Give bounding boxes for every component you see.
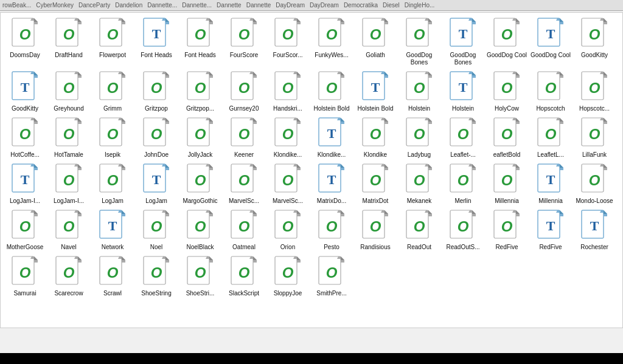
file-item[interactable]: O Samurai: [3, 253, 47, 300]
svg-marker-62: [78, 72, 82, 75]
file-icon: O: [449, 117, 477, 150]
svg-text:O: O: [195, 126, 206, 142]
file-item[interactable]: O Millennia: [485, 161, 529, 207]
file-item[interactable]: T Rochester: [573, 207, 616, 253]
file-item[interactable]: O MargoGothic: [178, 161, 222, 207]
file-item[interactable]: O Orion: [266, 207, 310, 253]
file-icon: O: [11, 210, 39, 242]
file-item[interactable]: O FunkyWes...: [310, 15, 353, 69]
file-item[interactable]: O JollyJack: [178, 115, 222, 161]
svg-text:O: O: [151, 126, 162, 142]
file-item[interactable]: T Holstein Bold: [353, 69, 397, 115]
file-item[interactable]: T LogJam-I...: [3, 161, 47, 207]
file-item[interactable]: O Navel: [47, 207, 91, 253]
file-item[interactable]: O Randisious: [353, 207, 397, 253]
file-item[interactable]: T RedFive: [529, 207, 573, 253]
file-item[interactable]: O HotCoffe...: [3, 115, 47, 161]
file-item[interactable]: T GoodKitty: [3, 69, 47, 115]
file-item[interactable]: O Hopscotch: [529, 69, 573, 115]
bottom-scrollbar[interactable]: [0, 353, 623, 364]
svg-text:O: O: [501, 26, 513, 43]
file-item[interactable]: O MarvelSc...: [222, 161, 266, 207]
file-item[interactable]: O Isepik: [91, 115, 134, 161]
file-item[interactable]: O MarvelSc...: [266, 161, 310, 207]
file-icon: T: [318, 163, 346, 196]
file-label: JohnDoe: [144, 151, 169, 159]
svg-marker-258: [385, 210, 388, 214]
file-item[interactable]: O Ladybug: [397, 115, 441, 161]
file-item[interactable]: O Greyhound: [47, 69, 91, 115]
file-item[interactable]: O MatrixDot: [353, 161, 397, 207]
file-item[interactable]: O SmithPre...: [310, 253, 353, 300]
file-item[interactable]: O Font Heads: [178, 15, 222, 69]
file-item[interactable]: O ShoeString: [134, 253, 178, 300]
svg-text:O: O: [63, 126, 75, 142]
file-item[interactable]: O GoodKitty: [573, 15, 616, 69]
file-item[interactable]: O Klondike: [353, 115, 397, 161]
file-item[interactable]: T Font Heads: [134, 15, 178, 69]
file-item[interactable]: O NoelBlack: [178, 207, 222, 253]
file-item[interactable]: T Network: [91, 207, 134, 253]
file-item[interactable]: O MotherGoose: [3, 207, 47, 253]
file-label: Hopscotc...: [579, 105, 610, 112]
file-item[interactable]: O Klondike...: [266, 115, 310, 161]
file-item[interactable]: O Hopscotc...: [573, 69, 616, 115]
file-item[interactable]: O Mekanek: [397, 161, 441, 207]
file-item[interactable]: O Keener: [222, 115, 266, 161]
file-item[interactable]: O Holstein Bold: [310, 69, 353, 115]
file-item[interactable]: O Gritzpop: [134, 69, 178, 115]
top-scrollbar[interactable]: rowBeak... CyberMonkey DanceParty Dandel…: [0, 0, 623, 11]
file-item[interactable]: T GoodDog Bones: [441, 15, 485, 69]
file-icon: O: [405, 163, 433, 196]
svg-text:O: O: [370, 218, 381, 235]
file-item[interactable]: O Gurnsey20: [222, 69, 266, 115]
file-item[interactable]: O ReadOutS...: [441, 207, 485, 253]
file-item[interactable]: O DraftHand: [47, 15, 91, 69]
file-item[interactable]: O Gritzpop...: [178, 69, 222, 115]
file-item[interactable]: O Noel: [134, 207, 178, 253]
file-item[interactable]: O LogJam-I...: [47, 161, 91, 207]
file-item[interactable]: O LeafletL...: [529, 115, 573, 161]
file-item[interactable]: O ShoeStri...: [178, 253, 222, 300]
svg-marker-210: [472, 164, 476, 168]
file-item[interactable]: O Handskri...: [266, 69, 310, 115]
svg-text:O: O: [107, 80, 119, 96]
file-item[interactable]: O JohnDoe: [134, 115, 178, 161]
file-item[interactable]: O GoodDog Cool: [485, 15, 529, 69]
file-item[interactable]: O Merlin: [441, 161, 485, 207]
file-item[interactable]: T Klondike...: [310, 115, 353, 161]
file-item[interactable]: O DoomsDay: [3, 15, 47, 69]
file-item[interactable]: O Leaflet-...: [441, 115, 485, 161]
file-item[interactable]: O Pesto: [310, 207, 353, 253]
svg-text:O: O: [195, 172, 206, 188]
file-item[interactable]: O Oatmeal: [222, 207, 266, 253]
file-item[interactable]: O FourScor...: [266, 15, 310, 69]
file-item[interactable]: O HotTamale: [47, 115, 91, 161]
file-item[interactable]: O eafletBold: [485, 115, 529, 161]
file-item[interactable]: O RedFive: [485, 207, 529, 253]
file-icon: O: [405, 18, 433, 50]
file-label: SloppyJoe: [274, 290, 302, 297]
svg-marker-58: [34, 72, 38, 75]
file-item[interactable]: T LogJam: [134, 161, 178, 207]
file-item[interactable]: O Holstein: [397, 69, 441, 115]
file-item[interactable]: O SloppyJoe: [266, 253, 310, 300]
file-item[interactable]: T Holstein: [441, 69, 485, 115]
file-item[interactable]: O Flowerpot: [91, 15, 134, 69]
file-item[interactable]: O HolyCow: [485, 69, 529, 115]
file-item[interactable]: O GoodDog Bones: [397, 15, 441, 69]
file-item[interactable]: O LogJam: [91, 161, 134, 207]
file-item[interactable]: O Goliath: [353, 15, 397, 69]
file-item[interactable]: T Millennia: [529, 161, 573, 207]
file-item[interactable]: T MatrixDo...: [310, 161, 353, 207]
file-item[interactable]: O SlackScript: [222, 253, 266, 300]
file-item[interactable]: O LillaFunk: [573, 115, 616, 161]
file-item[interactable]: O ReadOut: [397, 207, 441, 253]
file-item[interactable]: O Scarecrow: [47, 253, 91, 300]
file-item[interactable]: O Mondo-Loose: [573, 161, 616, 207]
file-item[interactable]: O Scrawl: [91, 253, 134, 300]
file-item[interactable]: O FourScore: [222, 15, 266, 69]
svg-marker-154: [472, 118, 476, 122]
file-item[interactable]: O Grimm: [91, 69, 134, 115]
file-item[interactable]: T GoodDog Cool: [529, 15, 573, 69]
